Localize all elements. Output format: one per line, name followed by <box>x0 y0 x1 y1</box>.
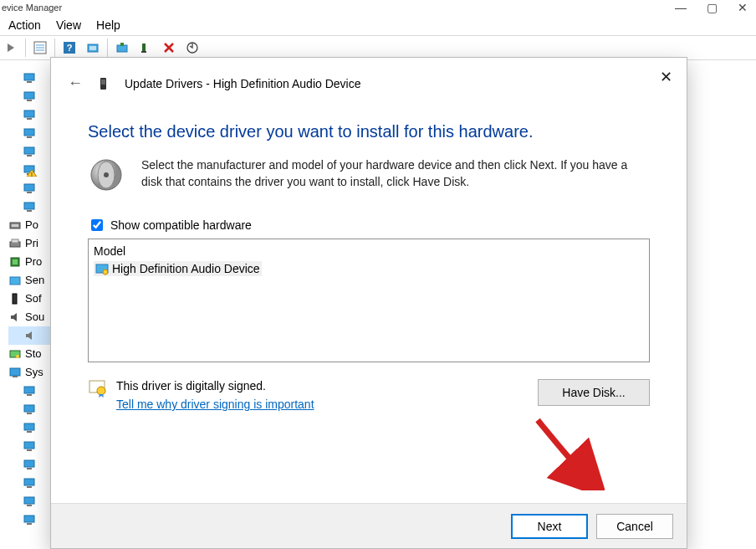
dialog-footer: Next Cancel <box>51 503 687 548</box>
svg-point-66 <box>97 387 105 395</box>
window-title-bar: evice Manager — ▢ ✕ <box>0 0 756 15</box>
menu-view[interactable]: View <box>56 18 81 32</box>
dialog-header: ← Update Drivers - High Definition Audio… <box>51 58 687 97</box>
dialog-title: Update Drivers - High Definition Audio D… <box>125 77 360 90</box>
svg-rect-36 <box>10 277 20 285</box>
svg-rect-41 <box>13 376 18 377</box>
svg-point-62 <box>104 172 109 177</box>
svg-rect-31 <box>12 224 18 227</box>
svg-rect-26 <box>24 184 34 191</box>
certificate-icon <box>88 379 106 398</box>
svg-rect-29 <box>27 210 32 212</box>
svg-rect-7 <box>89 46 96 50</box>
svg-rect-14 <box>27 81 32 83</box>
svg-rect-21 <box>24 147 34 154</box>
svg-rect-55 <box>27 505 32 506</box>
svg-rect-11 <box>141 51 146 53</box>
svg-rect-28 <box>24 203 34 209</box>
svg-rect-45 <box>27 413 32 414</box>
toolbar-details-icon[interactable] <box>29 38 51 58</box>
toolbar-forward-icon[interactable] <box>0 38 22 58</box>
svg-rect-20 <box>27 136 32 138</box>
svg-rect-15 <box>24 92 34 99</box>
svg-rect-9 <box>120 43 124 46</box>
minimize-icon[interactable]: — <box>675 1 687 14</box>
svg-rect-48 <box>24 442 34 449</box>
have-disk-button[interactable]: Have Disk... <box>538 379 650 406</box>
annotation-arrow-icon <box>528 413 605 490</box>
svg-rect-13 <box>24 74 34 80</box>
svg-rect-49 <box>27 449 32 451</box>
svg-rect-40 <box>10 368 20 376</box>
model-item[interactable]: High Definition Audio Device <box>94 261 262 276</box>
back-arrow-icon[interactable]: ← <box>68 74 83 92</box>
svg-rect-51 <box>27 468 32 469</box>
svg-rect-47 <box>27 431 32 433</box>
hardware-icon <box>88 156 125 193</box>
svg-rect-43 <box>27 394 32 396</box>
toolbar-scan-icon[interactable] <box>82 38 104 58</box>
toolbar-help-icon[interactable]: ? <box>59 38 80 58</box>
show-compatible-label: Show compatible hardware <box>110 218 252 232</box>
menu-help[interactable]: Help <box>96 18 120 32</box>
svg-rect-53 <box>27 486 32 488</box>
driver-icon <box>95 262 109 275</box>
svg-rect-19 <box>24 129 34 136</box>
dialog-description: Select the manufacturer and model of you… <box>141 156 650 191</box>
svg-rect-17 <box>24 110 34 117</box>
svg-rect-22 <box>27 155 32 156</box>
model-item-label: High Definition Audio Device <box>112 262 260 275</box>
model-column-header: Model <box>94 243 644 261</box>
signing-help-link[interactable]: Tell me why driver signing is important <box>116 398 314 411</box>
update-driver-dialog: ✕ ← Update Drivers - High Definition Aud… <box>50 57 687 549</box>
toolbar-update-driver-icon[interactable] <box>111 38 133 58</box>
svg-rect-57 <box>27 523 32 525</box>
svg-rect-37 <box>13 294 17 304</box>
menu-action[interactable]: Action <box>8 18 41 32</box>
cancel-button[interactable]: Cancel <box>596 514 673 539</box>
svg-rect-33 <box>12 239 18 243</box>
svg-rect-35 <box>13 259 18 264</box>
svg-text:?: ? <box>67 43 73 53</box>
svg-rect-27 <box>27 192 32 193</box>
next-button[interactable]: Next <box>511 514 588 539</box>
dialog-close-icon[interactable]: ✕ <box>653 64 678 90</box>
dialog-instruction: Select the device driver you want to ins… <box>88 122 650 141</box>
menu-bar: Action View Help <box>0 15 756 35</box>
toolbar-uninstall-icon[interactable] <box>135 38 156 58</box>
svg-rect-50 <box>24 460 34 467</box>
svg-rect-18 <box>27 118 32 120</box>
svg-rect-46 <box>24 423 34 430</box>
svg-rect-59 <box>101 80 105 85</box>
svg-rect-52 <box>24 479 34 485</box>
svg-point-64 <box>103 269 108 274</box>
svg-rect-16 <box>27 100 32 101</box>
model-list[interactable]: Model High Definition Audio Device <box>88 239 650 362</box>
svg-rect-8 <box>117 45 127 52</box>
svg-rect-42 <box>24 387 34 393</box>
driver-signed-text: This driver is digitally signed. <box>116 379 314 393</box>
close-window-icon[interactable]: ✕ <box>738 1 748 14</box>
show-compatible-checkbox[interactable] <box>91 219 103 231</box>
svg-rect-44 <box>24 405 34 412</box>
svg-point-39 <box>16 355 19 358</box>
toolbar-disable-icon[interactable] <box>158 38 180 58</box>
svg-rect-56 <box>24 516 34 522</box>
svg-rect-54 <box>24 497 34 504</box>
toolbar-enable-icon[interactable] <box>181 38 203 58</box>
device-icon <box>96 76 111 91</box>
svg-text:!: ! <box>31 172 33 177</box>
maximize-icon[interactable]: ▢ <box>707 1 718 14</box>
window-title: evice Manager <box>2 3 62 13</box>
